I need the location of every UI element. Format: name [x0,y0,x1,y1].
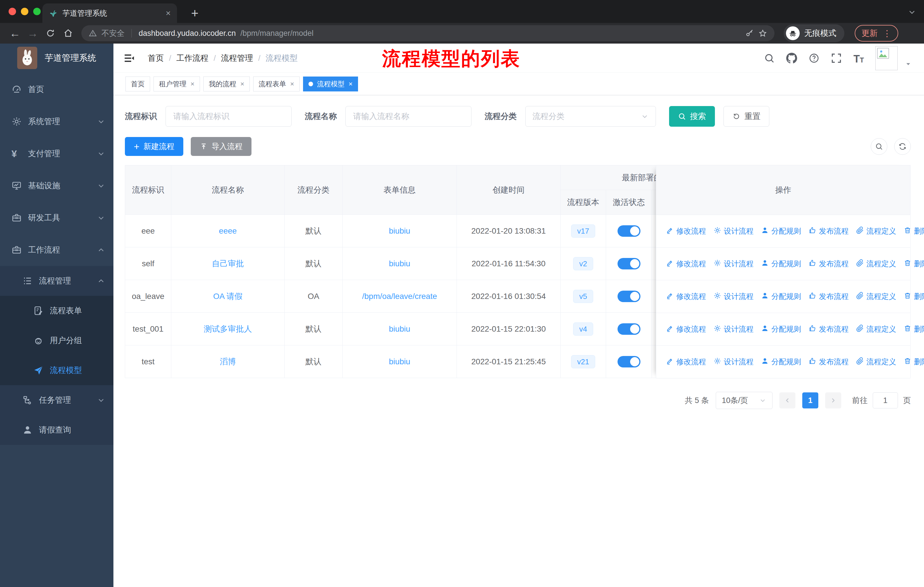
form-info-link[interactable]: biubiu [389,324,411,333]
tag-home[interactable]: 首页 [125,76,150,91]
search-icon[interactable] [764,53,775,64]
maximize-window-button[interactable] [33,8,41,15]
breadcrumb-item[interactable]: 工作流程 [177,53,208,64]
design-process-link[interactable]: 设计流程 [713,324,754,334]
form-info-link[interactable]: /bpm/oa/leave/create [362,292,437,301]
process-name-link[interactable]: 滔博 [220,357,236,366]
delete-link[interactable]: 删除 [904,291,924,301]
breadcrumb-item[interactable]: 首页 [148,53,164,64]
refresh-icon[interactable] [894,138,911,155]
process-definition-link[interactable]: 流程定义 [856,357,896,367]
avatar-caret-down-icon[interactable] [904,60,912,68]
assign-rule-link[interactable]: 分配规则 [761,324,801,334]
process-definition-link[interactable]: 流程定义 [856,324,896,334]
next-page-button[interactable] [825,392,841,408]
sidebar-item-task-management[interactable]: 任务管理 [0,385,114,415]
assign-rule-link[interactable]: 分配规则 [761,291,801,301]
close-tag-icon[interactable]: × [290,80,294,88]
back-button[interactable]: ← [7,26,22,41]
status-toggle[interactable] [617,258,640,270]
bookmark-star-icon[interactable] [759,29,767,38]
reset-button[interactable]: 重置 [723,106,769,127]
reload-button[interactable] [43,26,58,41]
publish-process-link[interactable]: 发布流程 [808,226,849,236]
form-info-link[interactable]: biubiu [389,357,411,366]
publish-process-link[interactable]: 发布流程 [808,259,849,269]
user-avatar[interactable] [875,46,898,70]
address-bar[interactable]: 不安全 dashboard.yudao.iocoder.cn/bpm/manag… [81,25,774,41]
sidebar-item-user-group[interactable]: 用户分组 [0,326,114,356]
design-process-link[interactable]: 设计流程 [713,357,754,367]
edit-process-link[interactable]: 修改流程 [666,324,706,334]
status-toggle[interactable] [617,356,640,367]
publish-process-link[interactable]: 发布流程 [808,291,849,301]
process-name-link[interactable]: 自己审批 [212,259,244,268]
publish-process-link[interactable]: 发布流程 [808,357,849,367]
tag-process-model[interactable]: 流程模型× [303,76,358,91]
goto-page-input[interactable] [873,392,898,408]
publish-process-link[interactable]: 发布流程 [808,324,849,334]
tag-process-form[interactable]: 流程表单× [253,76,300,91]
font-size-icon[interactable]: TT [853,53,865,64]
page-number-button[interactable]: 1 [802,392,818,408]
process-key-input[interactable] [165,106,292,127]
collapse-sidebar-hamburger-icon[interactable] [123,52,135,64]
show-search-icon[interactable] [871,138,887,155]
close-tag-icon[interactable]: × [190,80,195,88]
design-process-link[interactable]: 设计流程 [713,226,754,236]
assign-rule-link[interactable]: 分配规则 [761,357,801,367]
close-tag-icon[interactable]: × [348,80,353,88]
home-button[interactable] [61,26,76,41]
edit-process-link[interactable]: 修改流程 [666,226,706,236]
sidebar-item-dev-tools[interactable]: 研发工具 [0,202,114,234]
create-process-button[interactable]: + 新建流程 [125,137,183,156]
browser-menu-dots-icon[interactable]: ⋮ [883,28,891,38]
page-size-select[interactable]: 10条/页 [716,392,772,409]
prev-page-button[interactable] [779,392,795,408]
new-tab-button[interactable]: + [187,5,203,21]
design-process-link[interactable]: 设计流程 [713,291,754,301]
minimize-window-button[interactable] [21,8,28,15]
process-name-link[interactable]: OA 请假 [213,292,243,301]
app-logo[interactable]: 芋道管理系统 [0,43,114,72]
assign-rule-link[interactable]: 分配规则 [761,259,801,269]
tag-my-process[interactable]: 我的流程× [203,76,250,91]
process-name-input[interactable] [345,106,472,127]
sidebar-item-infrastructure[interactable]: 基础设施 [0,170,114,202]
breadcrumb-item[interactable]: 流程管理 [221,53,253,64]
status-toggle[interactable] [617,291,640,302]
delete-link[interactable]: 删除 [904,259,924,269]
edit-process-link[interactable]: 修改流程 [666,357,706,367]
process-name-link[interactable]: eeee [219,227,237,235]
status-toggle[interactable] [617,323,640,335]
browser-tab[interactable]: 芋道管理系统 × [42,3,177,23]
process-definition-link[interactable]: 流程定义 [856,226,896,236]
form-info-link[interactable]: biubiu [389,259,411,268]
process-definition-link[interactable]: 流程定义 [856,291,896,301]
close-tag-icon[interactable]: × [240,80,244,88]
sidebar-item-payment-management[interactable]: ¥支付管理 [0,137,114,170]
close-window-button[interactable] [8,8,16,15]
sidebar-item-workflow[interactable]: 工作流程 [0,234,114,266]
tab-search-chevron-icon[interactable] [908,7,917,17]
process-name-link[interactable]: 测试多审批人 [204,324,252,333]
password-key-icon[interactable] [745,29,754,38]
github-icon[interactable] [786,53,797,64]
edit-process-link[interactable]: 修改流程 [666,291,706,301]
process-category-select[interactable]: 流程分类 [525,106,656,127]
sidebar-item-process-form[interactable]: 流程表单 [0,296,114,326]
tag-tenant-management[interactable]: 租户管理× [153,76,200,91]
sidebar-item-process-management[interactable]: 流程管理 [0,266,114,296]
edit-process-link[interactable]: 修改流程 [666,259,706,269]
fullscreen-icon[interactable] [831,53,842,64]
forward-button[interactable]: → [25,26,40,41]
sidebar-item-system-management[interactable]: 系统管理 [0,106,114,137]
status-toggle[interactable] [617,225,640,237]
help-icon[interactable] [808,53,820,64]
delete-link[interactable]: 删除 [904,357,924,367]
sidebar-item-leave-query[interactable]: 请假查询 [0,415,114,445]
sidebar-item-process-model[interactable]: 流程模型 [0,356,114,385]
delete-link[interactable]: 删除 [904,324,924,334]
form-info-link[interactable]: biubiu [389,227,411,235]
assign-rule-link[interactable]: 分配规则 [761,226,801,236]
